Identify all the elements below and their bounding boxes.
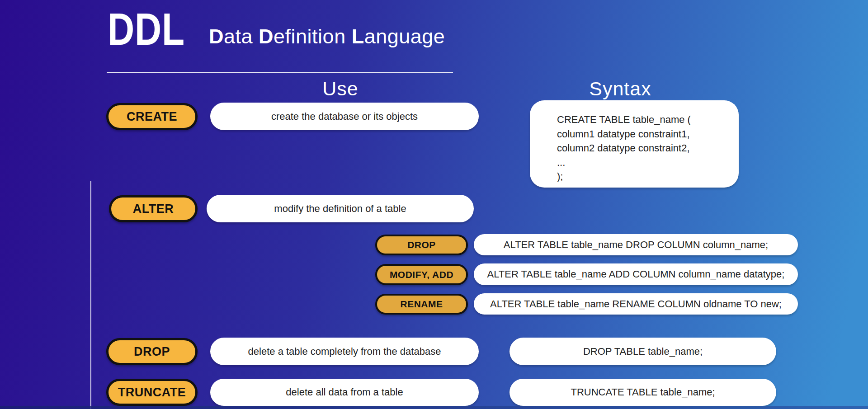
create-syntax-line: column1 datatype constraint1, [557,127,730,141]
alter-command-pill: ALTER [109,195,198,222]
alter-rename-syntax-card: ALTER TABLE table_name RENAME COLUMN old… [474,293,798,315]
subtitle-bold-l: L [352,25,364,48]
title-abbreviation: DDL [108,6,185,52]
subtitle-text-1: ata [224,25,259,48]
column-header-syntax: Syntax [589,78,651,100]
left-divider-line [90,181,91,409]
truncate-use-card: delete all data from a table [210,379,479,406]
truncate-command-pill: TRUNCATE [106,379,198,406]
subtitle-bold-d2: D [259,25,274,48]
alter-use-card: modify the definition of a table [207,195,474,222]
drop-use-card: delete a table completely from the datab… [210,338,479,365]
bottom-edge-strip [0,406,868,409]
drop-command-pill: DROP [106,338,198,365]
subtitle-text-3: anguage [364,25,445,48]
create-syntax-line: CREATE TABLE table_name ( [557,113,730,127]
create-syntax-line: ... [557,155,730,170]
alter-drop-syntax-card: ALTER TABLE table_name DROP COLUMN colum… [474,234,798,255]
create-use-card: create the database or its objects [210,103,479,130]
title-subtitle: Data Definition Language [209,25,445,48]
title-underline [107,72,453,73]
alter-rename-subpill: RENAME [375,294,468,315]
create-syntax-card: CREATE TABLE table_name ( column1 dataty… [530,100,739,188]
create-command-pill: CREATE [106,103,198,130]
subtitle-bold-d1: D [209,25,224,48]
column-header-use: Use [322,78,358,100]
alter-modify-add-syntax-card: ALTER TABLE table_name ADD COLUMN column… [474,263,798,285]
alter-drop-subpill: DROP [375,235,468,255]
alter-modify-add-subpill: MODIFY, ADD [375,264,468,285]
create-syntax-line: ); [557,169,730,184]
drop-syntax-card: DROP TABLE table_name; [509,338,776,365]
infographic-canvas: DDL Data Definition Language Use Syntax … [0,0,868,409]
truncate-syntax-card: TRUNCATE TABLE table_name; [509,379,776,406]
create-syntax-line: column2 datatype constraint2, [557,141,730,155]
subtitle-text-2: efinition [274,25,352,48]
